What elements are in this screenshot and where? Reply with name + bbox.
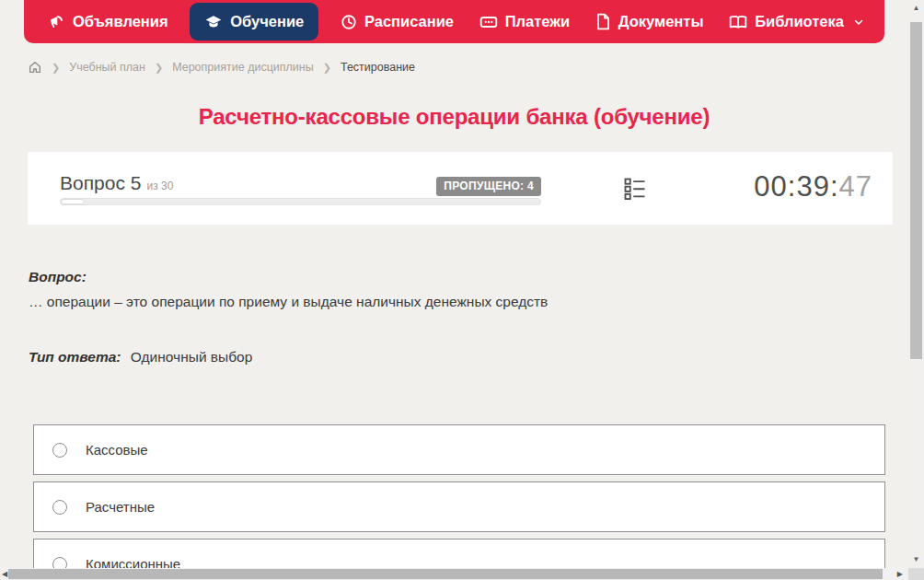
horizontal-scrollbar-thumb[interactable] xyxy=(8,569,883,579)
timer: 00:39:47 xyxy=(754,170,872,203)
banknote-icon xyxy=(479,14,498,30)
horizontal-scrollbar[interactable]: ◀ ▶ xyxy=(0,568,908,580)
question-list-button[interactable] xyxy=(621,175,649,203)
vertical-scrollbar[interactable]: ▲ ▼ xyxy=(908,0,924,568)
page-title: Расчетно-кассовые операции банка (обучен… xyxy=(0,104,908,130)
nav-item-announcements[interactable]: Объявления xyxy=(44,0,172,43)
answer-option-raschetnye[interactable]: Расчетные xyxy=(33,481,885,532)
vertical-scrollbar-thumb[interactable] xyxy=(910,22,922,359)
graduation-cap-icon xyxy=(204,13,223,31)
breadcrumb: ❯ Учебный план ❯ Мероприятие дисциплины … xyxy=(28,58,415,76)
breadcrumb-item-discipline-event[interactable]: Мероприятие дисциплины xyxy=(172,61,314,74)
scroll-up-icon[interactable]: ▲ xyxy=(908,4,924,13)
main-nav: Объявления Обучение Расписание xyxy=(24,0,884,43)
radio-button[interactable] xyxy=(52,500,67,515)
question-prompt-label: Вопрос: xyxy=(29,269,884,285)
nav-item-label: Объявления xyxy=(73,13,168,30)
timer-hh-mm: 00:39: xyxy=(754,170,838,203)
chevron-right-icon: ❯ xyxy=(155,62,163,74)
breadcrumb-item-testing: Тестирование xyxy=(341,61,415,74)
nav-item-schedule[interactable]: Расписание xyxy=(337,0,457,43)
answer-type-value: Одиночный выбор xyxy=(131,349,253,365)
answer-option-label: Расчетные xyxy=(86,499,155,515)
nav-item-library[interactable]: Библиотека xyxy=(725,0,868,43)
nav-item-label: Расписание xyxy=(364,13,454,30)
chevron-right-icon: ❯ xyxy=(52,62,60,74)
scroll-down-icon[interactable]: ▼ xyxy=(908,555,924,564)
question-status-card: Вопрос 5из 30 ПРОПУЩЕНО: 4 00:39:47 xyxy=(28,152,893,225)
chevron-right-icon: ❯ xyxy=(323,62,331,74)
radio-button[interactable] xyxy=(52,443,67,458)
answer-type-label: Тип ответа: xyxy=(29,349,121,365)
nav-item-education[interactable]: Обучение xyxy=(190,3,318,41)
question-body: Вопрос: … операции – это операции по при… xyxy=(29,269,884,310)
open-book-icon xyxy=(729,14,747,30)
question-list-icon xyxy=(622,176,648,202)
question-progress-block: Вопрос 5из 30 ПРОПУЩЕНО: 4 xyxy=(60,152,541,225)
megaphone-icon xyxy=(48,13,65,30)
document-icon xyxy=(595,13,611,30)
scrollbar-corner xyxy=(908,568,924,580)
chevron-down-icon xyxy=(853,17,864,28)
nav-item-payments[interactable]: Платежи xyxy=(476,0,573,43)
progress-fill xyxy=(61,199,85,204)
scroll-right-icon[interactable]: ▶ xyxy=(897,568,903,580)
clock-icon xyxy=(341,14,357,30)
scroll-left-icon[interactable]: ◀ xyxy=(2,568,7,580)
nav-item-label: Платежи xyxy=(505,13,570,30)
answer-option-label: Кассовые xyxy=(86,442,148,458)
home-icon[interactable] xyxy=(28,60,42,75)
skipped-badge: ПРОПУЩЕНО: 4 xyxy=(436,177,541,196)
question-total: из 30 xyxy=(146,180,173,192)
nav-item-documents[interactable]: Документы xyxy=(592,0,708,43)
question-counter: Вопрос 5из 30 xyxy=(60,172,173,194)
nav-item-label: Документы xyxy=(618,13,704,30)
answer-option-kassovye[interactable]: Кассовые xyxy=(33,424,885,475)
question-number: Вопрос 5 xyxy=(60,172,141,193)
timer-seconds: 47 xyxy=(839,170,872,203)
progress-bar xyxy=(60,198,541,205)
nav-item-label: Библиотека xyxy=(755,13,844,30)
answer-type-row: Тип ответа: Одиночный выбор xyxy=(29,349,252,365)
question-text: … операции – это операции по приему и вы… xyxy=(29,294,884,310)
answer-options: Кассовые Расчетные Комиссионные xyxy=(33,424,885,580)
breadcrumb-item-curriculum[interactable]: Учебный план xyxy=(69,61,145,74)
nav-item-label: Обучение xyxy=(230,13,304,30)
